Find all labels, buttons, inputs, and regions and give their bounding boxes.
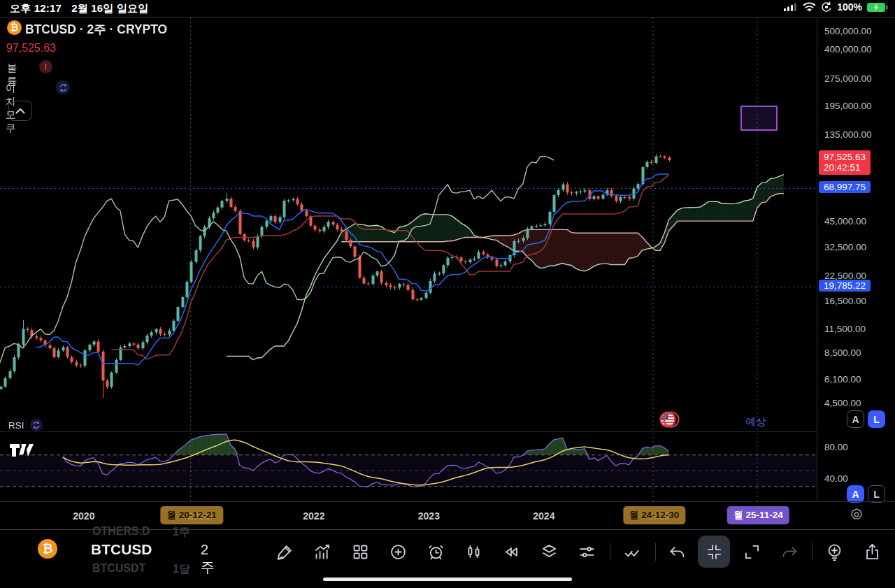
rsi-log-scale-button[interactable]: L [868, 485, 885, 503]
picker-current-timeframe[interactable]: 2주 [201, 542, 215, 577]
volume-error-icon[interactable]: ! [39, 60, 52, 73]
legend-collapse-button[interactable] [8, 101, 32, 121]
year-label: 2024 [533, 510, 554, 522]
last-price-badge: 97,525.63 20:42:51 [819, 150, 871, 175]
price-axis[interactable]: 97,525.63 20:42:51 A L A L 80.00 40.00 5… [817, 17, 895, 502]
bar-countdown: 20:42:51 [824, 162, 866, 173]
price-tick: 32,500.00 [824, 242, 866, 252]
bitcoin-icon: ₿ [7, 20, 22, 35]
alert-clock-icon[interactable] [424, 540, 448, 564]
drawing-rectangle[interactable] [740, 106, 778, 131]
price-chart-canvas[interactable] [0, 17, 817, 502]
settings-sliders-icon[interactable] [575, 540, 599, 564]
picker-prev-timeframe[interactable]: 1주 [173, 525, 190, 540]
auto-scale-button[interactable]: A [847, 410, 864, 428]
forecast-label: 예상 [745, 415, 766, 429]
date-mark-badge[interactable]: 월 20-12-21 [161, 506, 223, 524]
tradingview-app: { "status_bar": { "time": "오후 12:17", "d… [0, 0, 895, 588]
share-icon[interactable] [860, 540, 884, 564]
year-label: 2022 [303, 510, 324, 522]
battery-charging-icon [867, 2, 888, 13]
rsi-auto-scale-button[interactable]: A [847, 485, 864, 503]
alert-price-badge[interactable]: 68,997.75 [819, 181, 871, 193]
draw-icon[interactable] [273, 540, 296, 564]
rsi-tick-40: 40.00 [824, 473, 848, 484]
toolbar-divider [812, 543, 813, 561]
price-tick: 8,500.00 [824, 347, 861, 358]
year-label: 2023 [418, 510, 440, 522]
collapse-icon[interactable] [698, 536, 730, 568]
year-label: 2020 [73, 510, 94, 522]
last-price-value: 97,525.63 [824, 152, 866, 163]
last-price-readout: 97,525.63 [6, 42, 56, 55]
price-tick: 16,500.00 [824, 296, 866, 306]
toolbar-divider [610, 543, 610, 561]
alert-price-badge[interactable]: 19,785.22 [819, 280, 871, 292]
price-tick: 11,500.00 [824, 324, 866, 334]
price-tick: 6,100.00 [824, 374, 861, 385]
date-mark-badge[interactable]: 월 25-11-24 [727, 506, 789, 524]
symbol-title[interactable]: BTCUSD · 2주 · CRYPTO [25, 21, 167, 38]
clock: 오후 12:17 [10, 2, 62, 14]
indicators-icon[interactable] [310, 540, 334, 564]
rsi-loading-icon[interactable] [30, 419, 43, 431]
time-axis-settings-gear-icon[interactable] [849, 507, 864, 525]
price-tick: 400,000.00 [824, 44, 872, 55]
picker-next-symbol[interactable]: BTCUSDT [92, 562, 145, 575]
expand-corner-icon[interactable] [740, 540, 764, 564]
status-time-date: 오후 12:172월 16일 일요일 [10, 2, 149, 15]
picker-next-timeframe[interactable]: 1달 [173, 562, 190, 577]
bitcoin-icon: ₿ [38, 539, 57, 559]
layout-grid-icon[interactable] [348, 540, 372, 564]
wifi-icon [803, 2, 816, 12]
price-tick: 275,000.00 [824, 73, 872, 84]
date-mark-badge[interactable]: 월 24-12-30 [623, 506, 685, 524]
double-check-icon[interactable] [620, 540, 643, 564]
bottom-toolbar: OTHERS.D 1주 ₿ BTCUSD 2주 BTCUSDT 1달 [0, 529, 895, 573]
price-tick: 195,000.00 [824, 101, 872, 111]
ichimoku-loading-icon[interactable] [56, 80, 70, 94]
home-indicator[interactable] [323, 578, 572, 581]
price-tick: 135,000.00 [824, 129, 872, 140]
rsi-tick-80: 80.00 [824, 442, 848, 452]
rsi-label-text: RSI [8, 420, 24, 431]
us-flag-restricted-icon[interactable] [659, 409, 681, 433]
price-tick: 500,000.00 [824, 26, 872, 36]
orientation-lock-icon [821, 1, 832, 13]
price-tick: 4,500.00 [824, 398, 861, 408]
price-tick: 45,000.00 [824, 216, 866, 227]
status-bar: 오후 12:172월 16일 일요일 100% [0, 0, 895, 17]
redo-icon[interactable] [778, 540, 801, 564]
tradingview-logo[interactable] [10, 444, 34, 462]
add-icon[interactable] [386, 540, 410, 564]
cellular-signal-icon [784, 2, 798, 12]
rsi-indicator-label[interactable]: RSI [6, 417, 47, 433]
toolbar-divider [655, 543, 656, 561]
chart-type-icon[interactable] [461, 540, 485, 564]
replay-rewind-icon[interactable] [499, 540, 523, 564]
undo-icon[interactable] [665, 540, 689, 564]
log-scale-button[interactable]: L [868, 410, 885, 428]
object-layers-icon[interactable] [537, 540, 561, 564]
status-date: 2월 16일 일요일 [71, 2, 148, 14]
battery-percent: 100% [837, 1, 862, 13]
picker-prev-symbol[interactable]: OTHERS.D [92, 525, 150, 538]
picker-current-symbol[interactable]: BTCUSD [91, 541, 152, 558]
idea-bulb-icon[interactable] [822, 540, 846, 564]
